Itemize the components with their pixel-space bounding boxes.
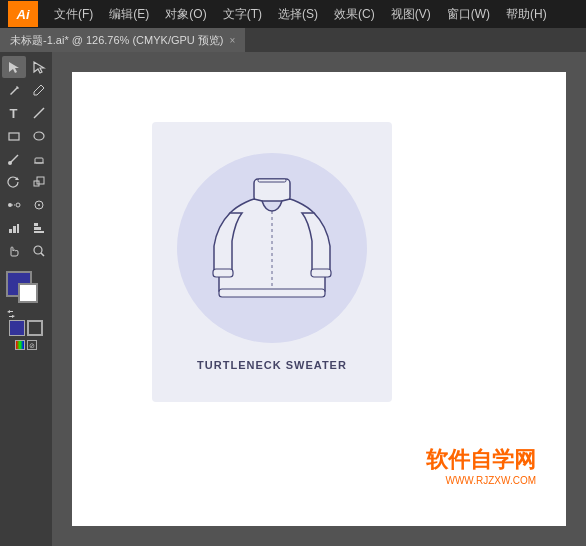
tool-rect[interactable] xyxy=(2,125,26,147)
svg-rect-20 xyxy=(34,227,41,230)
menu-help[interactable]: 帮助(H) xyxy=(498,4,555,25)
svg-point-4 xyxy=(34,132,44,140)
svg-marker-1 xyxy=(34,62,44,73)
tool-line[interactable] xyxy=(27,102,51,124)
svg-rect-19 xyxy=(34,223,38,226)
svg-point-11 xyxy=(8,203,12,207)
menu-effect[interactable]: 效果(C) xyxy=(326,4,383,25)
canvas-white: TURTLENECK SWEATER 软件自学网 WWW.RJZXW.COM xyxy=(72,72,566,526)
title-bar: Ai 文件(F) 编辑(E) 对象(O) 文字(T) 选择(S) 效果(C) 视… xyxy=(0,0,586,28)
menu-text[interactable]: 文字(T) xyxy=(215,4,270,25)
fill-icon[interactable] xyxy=(9,320,25,336)
tool-blend[interactable] xyxy=(2,194,26,216)
svg-rect-17 xyxy=(13,226,16,233)
color-swatches xyxy=(6,271,50,315)
svg-rect-25 xyxy=(258,179,286,182)
tool-scale[interactable] xyxy=(27,171,51,193)
artwork-container: TURTLENECK SWEATER xyxy=(152,122,392,402)
svg-rect-18 xyxy=(17,224,19,233)
svg-rect-16 xyxy=(9,229,12,233)
svg-rect-26 xyxy=(213,269,233,277)
tool-eraser[interactable] xyxy=(27,148,51,170)
tool-row-9 xyxy=(0,240,52,262)
stroke-icon[interactable] xyxy=(27,320,43,336)
menu-bar: 文件(F) 编辑(E) 对象(O) 文字(T) 选择(S) 效果(C) 视图(V… xyxy=(46,4,555,25)
svg-rect-21 xyxy=(34,231,44,233)
ai-logo: Ai xyxy=(8,1,38,27)
menu-edit[interactable]: 编辑(E) xyxy=(101,4,157,25)
tool-row-4 xyxy=(0,125,52,147)
watermark: 软件自学网 WWW.RJZXW.COM xyxy=(426,445,536,486)
tool-column-graph[interactable] xyxy=(2,217,26,239)
menu-file[interactable]: 文件(F) xyxy=(46,4,101,25)
tool-direct-select[interactable] xyxy=(27,56,51,78)
menu-select[interactable]: 选择(S) xyxy=(270,4,326,25)
toolbar: T xyxy=(0,52,52,546)
canvas-area[interactable]: TURTLENECK SWEATER 软件自学网 WWW.RJZXW.COM xyxy=(52,52,586,546)
tool-row-7 xyxy=(0,194,52,216)
none-icon[interactable]: ⊘ xyxy=(27,340,37,350)
tool-row-2 xyxy=(0,79,52,101)
tab-bar: 未标题-1.ai* @ 126.76% (CMYK/GPU 预览) × xyxy=(0,28,586,52)
tab-close-button[interactable]: × xyxy=(230,35,236,46)
tool-row-5 xyxy=(0,148,52,170)
tool-row-8 xyxy=(0,217,52,239)
menu-object[interactable]: 对象(O) xyxy=(157,4,214,25)
tool-row-1 xyxy=(0,56,52,78)
svg-rect-3 xyxy=(9,133,19,140)
tool-zoom[interactable] xyxy=(27,240,51,262)
tool-pen[interactable] xyxy=(2,79,26,101)
stroke-color[interactable] xyxy=(18,283,38,303)
svg-rect-28 xyxy=(219,289,325,297)
watermark-sub-text: WWW.RJZXW.COM xyxy=(426,475,536,486)
svg-line-23 xyxy=(41,253,44,256)
tool-ellipse[interactable] xyxy=(27,125,51,147)
svg-point-22 xyxy=(34,246,42,254)
tool-symbol[interactable] xyxy=(27,194,51,216)
document-tab[interactable]: 未标题-1.ai* @ 126.76% (CMYK/GPU 预览) × xyxy=(0,28,246,52)
svg-rect-27 xyxy=(311,269,331,277)
gradient-icon[interactable] xyxy=(15,340,25,350)
tool-type[interactable]: T xyxy=(2,102,26,124)
tool-select[interactable] xyxy=(2,56,26,78)
svg-marker-0 xyxy=(9,62,19,73)
tool-paintbrush[interactable] xyxy=(2,148,26,170)
circle-background xyxy=(177,153,367,343)
tab-title: 未标题-1.ai* @ 126.76% (CMYK/GPU 预览) xyxy=(10,33,224,48)
tool-hand[interactable] xyxy=(2,240,26,262)
menu-window[interactable]: 窗口(W) xyxy=(439,4,498,25)
svg-point-5 xyxy=(8,161,12,165)
main-layout: T xyxy=(0,52,586,546)
svg-line-2 xyxy=(34,108,44,118)
fill-stroke-controls: ⊘ xyxy=(9,320,43,350)
tool-row-6 xyxy=(0,171,52,193)
svg-point-15 xyxy=(38,204,40,206)
tool-rotate[interactable] xyxy=(2,171,26,193)
tool-row-3: T xyxy=(0,102,52,124)
tool-pencil[interactable] xyxy=(27,79,51,101)
watermark-main-text: 软件自学网 xyxy=(426,445,536,475)
menu-view[interactable]: 视图(V) xyxy=(383,4,439,25)
artwork-label: TURTLENECK SWEATER xyxy=(197,359,347,371)
svg-point-12 xyxy=(16,203,20,207)
swap-icon[interactable] xyxy=(6,305,16,315)
sweater-illustration xyxy=(202,171,342,326)
svg-rect-6 xyxy=(35,158,43,163)
tool-bar-graph[interactable] xyxy=(27,217,51,239)
